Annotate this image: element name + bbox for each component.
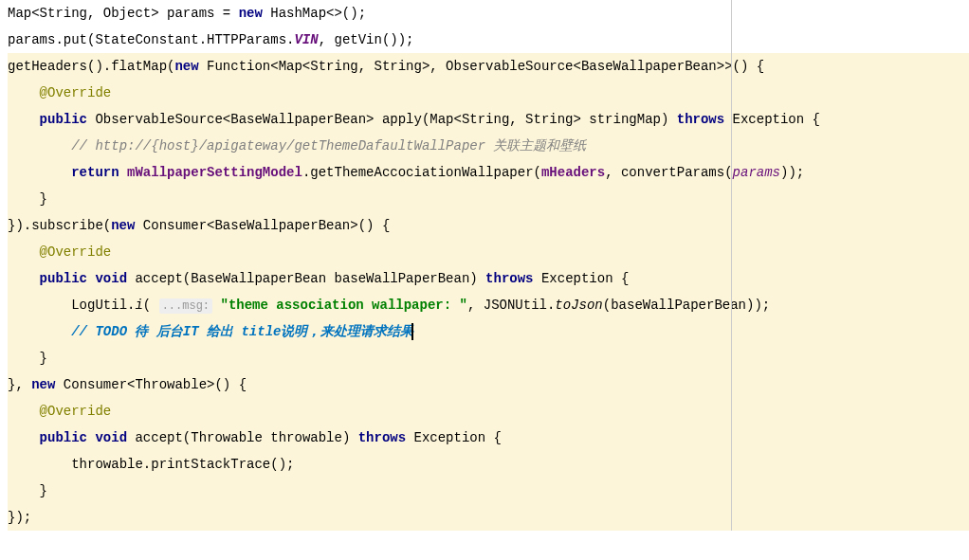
code-text <box>119 165 127 180</box>
comment: // http://{host}/apigateway/getThemeDafa… <box>71 138 586 154</box>
code-text: } <box>40 483 47 498</box>
keyword-void: void <box>95 430 127 445</box>
code-text: HashMap<>(); <box>263 6 366 21</box>
code-editor[interactable]: Map<String, Object> params = new HashMap… <box>0 0 969 531</box>
code-text: , convertParams( <box>605 165 732 180</box>
code-line[interactable]: } <box>8 345 969 371</box>
indent <box>8 85 40 100</box>
code-line[interactable]: } <box>8 186 969 212</box>
indent <box>8 138 71 154</box>
keyword-public: public <box>40 430 87 445</box>
indent <box>8 191 40 207</box>
code-text: (baseWallPaperBean)); <box>603 298 770 313</box>
code-text: }); <box>8 510 31 525</box>
annotation: @Override <box>40 244 112 260</box>
keyword-return: return <box>71 165 119 180</box>
code-line[interactable]: return mWallpaperSettingModel.getThemeAc… <box>8 159 969 186</box>
method-call: i <box>135 298 142 313</box>
code-line[interactable]: @Override <box>8 239 969 265</box>
code-line[interactable]: @Override <box>8 80 969 106</box>
keyword-new: new <box>111 218 135 233</box>
code-text: Map<String, Object> params = <box>8 6 239 21</box>
code-text: , getVin()); <box>319 32 414 47</box>
code-line[interactable]: public void accept(Throwable throwable) … <box>8 425 969 451</box>
indent <box>8 271 40 286</box>
class-ref: HTTPParams <box>207 32 286 47</box>
code-text: accept(BaseWallpaperBean baseWallPaperBe… <box>127 271 485 286</box>
code-text: Consumer<BaseWallpaperBean>() { <box>135 218 390 233</box>
keyword-public: public <box>40 112 87 127</box>
code-line[interactable]: public void accept(BaseWallpaperBean bas… <box>8 265 969 292</box>
code-text: } <box>40 191 47 207</box>
code-line[interactable]: // http://{host}/apigateway/getThemeDafa… <box>8 133 969 159</box>
param-hint: ...msg: <box>159 298 212 314</box>
code-line[interactable]: getHeaders().flatMap(new Function<Map<St… <box>8 53 969 80</box>
indent <box>8 430 40 445</box>
constant: VIN <box>294 32 318 47</box>
code-text: ObservableSource<BaseWallpaperBean> appl… <box>87 112 677 127</box>
todo-comment: // TODO 待 后台IT 给出 title说明，来处理请求结果 <box>71 324 413 339</box>
indent <box>8 351 40 366</box>
code-line[interactable]: throwable.printStackTrace(); <box>8 451 969 478</box>
code-text: Consumer<Throwable>() { <box>55 377 247 392</box>
indent <box>8 404 40 419</box>
code-text: LogUtil. <box>71 298 135 313</box>
code-text: . <box>199 32 207 47</box>
code-text: params.put( <box>8 32 95 47</box>
indent <box>8 324 71 339</box>
indent <box>8 244 40 260</box>
code-text: accept(Throwable throwable) <box>127 430 358 445</box>
keyword-new: new <box>174 59 198 74</box>
keyword-new: new <box>31 377 55 392</box>
code-text: } <box>40 351 47 366</box>
text-cursor <box>411 323 413 340</box>
code-text: , JSONUtil. <box>467 298 555 313</box>
indent <box>8 483 40 498</box>
margin-guide <box>731 0 732 531</box>
indent <box>8 298 71 313</box>
code-line[interactable]: }).subscribe(new Consumer<BaseWallpaperB… <box>8 212 969 239</box>
keyword-new: new <box>239 6 263 21</box>
indent <box>8 165 71 180</box>
code-line[interactable]: params.put(StateConstant.HTTPParams.VIN,… <box>8 27 969 53</box>
code-text: ( <box>143 298 159 313</box>
annotation: @Override <box>40 85 112 100</box>
variable: params <box>733 165 780 180</box>
code-text: Exception { <box>724 112 820 127</box>
indent <box>8 457 71 472</box>
code-line[interactable]: @Override <box>8 398 969 425</box>
string-literal: "theme association wallpaper: " <box>220 298 466 313</box>
keyword-void: void <box>95 271 127 286</box>
field-ref: mWallpaperSettingModel <box>127 165 302 180</box>
code-text: Exception { <box>406 430 502 445</box>
keyword-throws: throws <box>677 112 724 127</box>
class-ref: StateConstant <box>95 32 198 47</box>
code-line[interactable]: // TODO 待 后台IT 给出 title说明，来处理请求结果 <box>8 318 969 345</box>
code-text: }).subscribe( <box>8 218 111 233</box>
field-ref: mHeaders <box>541 165 605 180</box>
code-text: getHeaders().flatMap( <box>8 59 174 74</box>
keyword-throws: throws <box>358 430 406 445</box>
keyword-throws: throws <box>485 271 533 286</box>
code-line[interactable]: LogUtil.i( ...msg: "theme association wa… <box>8 292 969 318</box>
code-line[interactable]: } <box>8 478 969 504</box>
code-text: Function<Map<String, String>, Observable… <box>199 59 765 74</box>
code-line[interactable]: Map<String, Object> params = new HashMap… <box>8 0 969 27</box>
method-call: toJson <box>555 298 602 313</box>
code-text: }, <box>8 377 31 392</box>
code-line[interactable]: }); <box>8 504 969 531</box>
code-text: throwable.printStackTrace(); <box>71 457 294 472</box>
annotation: @Override <box>40 404 112 419</box>
code-text: )); <box>780 165 804 180</box>
indent <box>8 112 40 127</box>
code-text: .getThemeAccociationWallpaper( <box>302 165 541 180</box>
keyword-public: public <box>40 271 87 286</box>
code-line[interactable]: }, new Consumer<Throwable>() { <box>8 371 969 398</box>
code-line[interactable]: public ObservableSource<BaseWallpaperBea… <box>8 106 969 133</box>
code-text: Exception { <box>534 271 630 286</box>
